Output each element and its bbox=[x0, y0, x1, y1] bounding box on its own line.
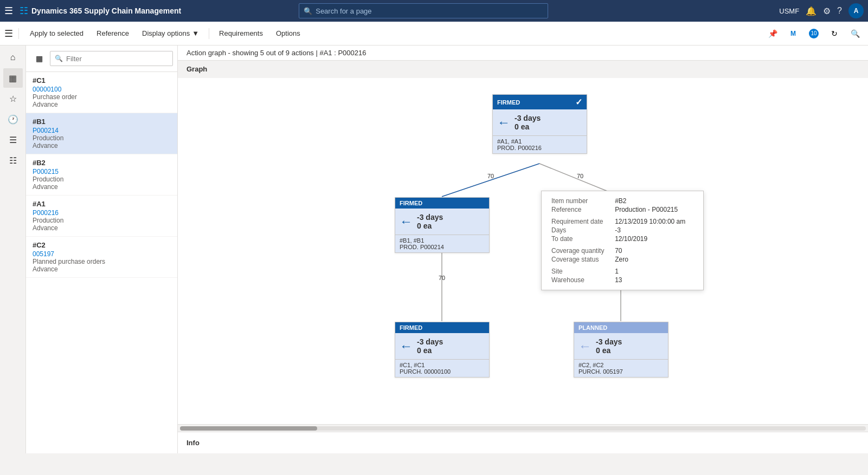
node-arrow-icon: ← bbox=[400, 340, 413, 353]
tooltip-value: 1 bbox=[610, 267, 696, 276]
tooltip-value: 70 bbox=[610, 246, 696, 255]
ms-icon[interactable]: M bbox=[785, 25, 802, 42]
apply-to-selected-button[interactable]: Apply to selected bbox=[24, 25, 89, 42]
search-cmd-icon[interactable]: 🔍 bbox=[846, 25, 864, 42]
nav-item[interactable]: #C1 00000100 Purchase order Advance bbox=[26, 72, 177, 113]
nav-item-title: #B1 bbox=[33, 118, 171, 126]
node-status: FIRMED bbox=[400, 324, 422, 331]
help-icon[interactable]: ? bbox=[837, 6, 842, 16]
tooltip-value: 13 bbox=[610, 276, 696, 284]
nav-item[interactable]: #B2 P000215 Production Advance bbox=[26, 154, 177, 196]
nav-item-title: #A1 bbox=[33, 200, 171, 208]
filter-input-wrapper[interactable]: 🔍 bbox=[50, 51, 173, 66]
settings-icon[interactable]: ⚙ bbox=[823, 6, 831, 16]
info-label: Info bbox=[187, 439, 200, 447]
node-status: FIRMED bbox=[400, 200, 422, 206]
tooltip-label: Item number bbox=[549, 197, 610, 205]
nav-toggle-icon[interactable]: ☰ bbox=[4, 28, 13, 40]
app-title: Dynamics 365 Supply Chain Management bbox=[31, 6, 181, 15]
tooltip-value: 12/10/2019 bbox=[610, 235, 696, 243]
node-line1: #A1, #A1 bbox=[497, 138, 582, 145]
reference-button[interactable]: Reference bbox=[91, 25, 134, 42]
requirements-button[interactable]: Requirements bbox=[214, 25, 268, 42]
graph-node-node-b1[interactable]: FIRMED ← -3 days 0 ea #B1, #B1 PROD. P00… bbox=[395, 197, 490, 253]
node-header: FIRMED bbox=[395, 322, 489, 333]
home-icon[interactable]: ⌂ bbox=[3, 48, 23, 67]
node-days: -3 days bbox=[596, 337, 622, 346]
node-line1: #C1, #C1 bbox=[400, 362, 485, 368]
display-options-button[interactable]: Display options ▼ bbox=[137, 25, 204, 42]
node-header: PLANNED bbox=[574, 322, 668, 333]
favorites-icon[interactable]: ☆ bbox=[3, 89, 23, 108]
node-arrow-icon: ← bbox=[497, 116, 510, 129]
nav-item[interactable]: #A1 P000216 Production Advance bbox=[26, 196, 177, 237]
info-bar: Info bbox=[178, 432, 868, 453]
node-days: -3 days bbox=[515, 114, 541, 122]
nav-item[interactable]: #C2 005197 Planned purchase orders Advan… bbox=[26, 237, 177, 278]
options-button[interactable]: Options bbox=[271, 25, 306, 42]
filter-toggle-icon[interactable]: ▦ bbox=[30, 50, 48, 67]
graph-node-node-c1[interactable]: FIRMED ← -3 days 0 ea #C1, #C1 PURCH. 00… bbox=[395, 322, 490, 378]
user-company: USMF bbox=[779, 7, 799, 15]
reference-label: Reference bbox=[97, 29, 129, 37]
node-body: ← -3 days 0 ea bbox=[493, 109, 587, 135]
left-panel: ▦ 🔍 #C1 00000100 Purchase order Advance … bbox=[26, 45, 178, 453]
node-qty: 0 ea bbox=[417, 222, 443, 230]
node-days: -3 days bbox=[417, 337, 443, 346]
refresh-icon[interactable]: ↻ bbox=[826, 25, 843, 42]
nav-item-code: 00000100 bbox=[33, 86, 171, 93]
nav-item-code: P000216 bbox=[33, 209, 171, 217]
top-bar: ☰ ☷ Dynamics 365 Supply Chain Management… bbox=[0, 0, 868, 22]
menu-icon[interactable]: ☷ bbox=[3, 151, 23, 170]
node-line2: PURCH. 005197 bbox=[578, 368, 664, 375]
node-line1: #B1, #B1 bbox=[400, 237, 485, 244]
node-line2: PROD. P000214 bbox=[400, 244, 485, 250]
tooltip-value: Production - P000215 bbox=[610, 205, 696, 214]
global-search[interactable]: 🔍 Search for a page bbox=[299, 3, 548, 18]
nav-item-type: Production bbox=[33, 175, 171, 183]
tooltip-label: To date bbox=[549, 235, 610, 243]
top-bar-right: USMF 🔔 ⚙ ? A bbox=[779, 3, 864, 18]
main-layout: ⌂ ▦ ☆ 🕐 ☰ ☷ ▦ 🔍 #C1 00000100 Purchase or… bbox=[0, 45, 868, 453]
filter-input[interactable] bbox=[66, 55, 168, 63]
tooltip-label: Days bbox=[549, 226, 610, 235]
search-icon: 🔍 bbox=[304, 7, 312, 15]
node-values: -3 days 0 ea bbox=[515, 114, 541, 131]
filter-icon[interactable]: ▦ bbox=[3, 68, 23, 88]
tooltip-label: Warehouse bbox=[549, 276, 610, 284]
node-footer: #C1, #C1 PURCH. 00000100 bbox=[395, 359, 489, 377]
node-status: FIRMED bbox=[497, 99, 520, 106]
notification-icon[interactable]: 🔔 bbox=[806, 6, 816, 16]
nav-item-status: Advance bbox=[33, 183, 171, 191]
graph-node-node-a1[interactable]: FIRMED ✓ ← -3 days 0 ea #A1, #A1 PROD. P… bbox=[492, 94, 587, 154]
node-qty: 0 ea bbox=[515, 122, 541, 131]
hamburger-menu[interactable]: ☰ bbox=[4, 5, 13, 17]
node-values: -3 days 0 ea bbox=[596, 337, 622, 355]
recent-icon[interactable]: 🕐 bbox=[3, 109, 23, 129]
nav-item-code: 005197 bbox=[33, 250, 171, 258]
node-arrow-icon: ← bbox=[400, 215, 413, 228]
requirements-label: Requirements bbox=[219, 29, 263, 37]
nav-items-list: #C1 00000100 Purchase order Advance #B1 … bbox=[26, 72, 177, 453]
node-line2: PROD. P000216 bbox=[497, 145, 582, 151]
scrollbar-track bbox=[180, 426, 866, 431]
nav-item[interactable]: #B1 P000214 Production Advance bbox=[26, 113, 177, 154]
tooltip-label: Reference bbox=[549, 205, 610, 214]
graph-section[interactable]: 70707070 FIRMED ✓ ← -3 days 0 ea #A1, #A… bbox=[178, 78, 868, 424]
nav-item-type: Planned purchase orders bbox=[33, 258, 171, 265]
graph-node-node-c2[interactable]: PLANNED ← -3 days 0 ea #C2, #C2 PURCH. 0… bbox=[574, 322, 668, 378]
node-values: -3 days 0 ea bbox=[417, 337, 443, 355]
graph-title: Graph bbox=[178, 61, 868, 78]
svg-text:70: 70 bbox=[439, 275, 445, 281]
horizontal-scrollbar[interactable] bbox=[178, 424, 868, 432]
chevron-down-icon: ▼ bbox=[192, 29, 199, 37]
node-days: -3 days bbox=[417, 213, 443, 222]
badge-icon[interactable]: 10 bbox=[805, 25, 822, 42]
tooltip-label: Coverage status bbox=[549, 255, 610, 264]
scrollbar-thumb bbox=[180, 426, 317, 431]
list-icon[interactable]: ☰ bbox=[3, 130, 23, 149]
node-header: FIRMED ✓ bbox=[493, 95, 587, 109]
pin-icon[interactable]: 📌 bbox=[764, 25, 781, 42]
svg-text:70: 70 bbox=[577, 173, 583, 179]
avatar[interactable]: A bbox=[848, 3, 864, 18]
